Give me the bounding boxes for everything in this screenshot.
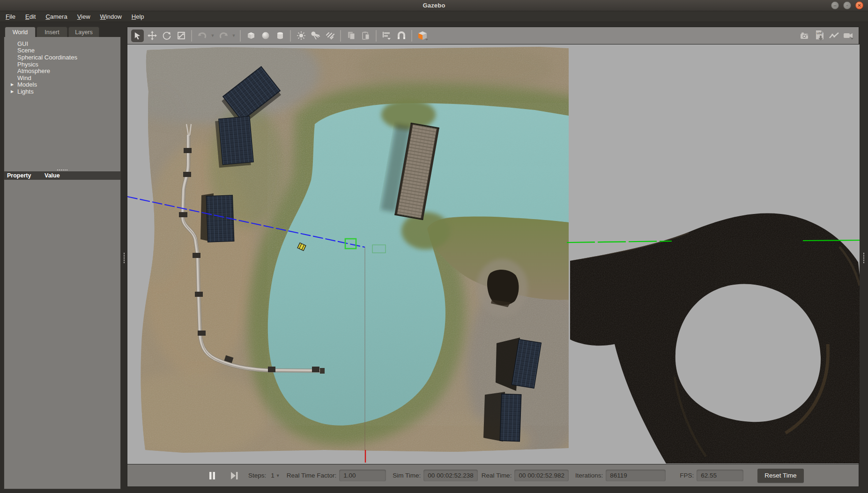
- property-column-header: Property: [4, 172, 45, 179]
- undo-history-button[interactable]: ▼: [209, 29, 216, 42]
- render-area[interactable]: [127, 44, 859, 464]
- point-light-button[interactable]: [295, 29, 307, 42]
- window-controls: – ▫ ✕: [831, 1, 863, 9]
- pause-icon: [208, 471, 216, 480]
- menu-help[interactable]: Help: [132, 13, 144, 20]
- step-button[interactable]: [228, 470, 240, 482]
- expand-arrow-icon[interactable]: [11, 89, 17, 94]
- render-viewport[interactable]: [127, 44, 860, 464]
- directional-light-button[interactable]: [324, 29, 336, 42]
- translate-icon: [148, 31, 157, 40]
- menu-view[interactable]: View: [77, 13, 90, 20]
- tree-item-scene[interactable]: Scene: [4, 47, 120, 54]
- view-angle-cube-icon: [416, 30, 429, 41]
- minimize-icon: –: [834, 3, 837, 7]
- record-video-button[interactable]: [842, 29, 855, 42]
- snap-button[interactable]: [395, 29, 408, 42]
- sim-time-label: Sim Time:: [393, 472, 421, 479]
- spot-light-icon: [311, 31, 321, 40]
- solar-panel-5[interactable]: [483, 392, 521, 441]
- tab-world[interactable]: World: [5, 27, 36, 37]
- insert-box-button[interactable]: [245, 29, 257, 42]
- select-tool-button[interactable]: [131, 29, 144, 42]
- plot-line-icon: [829, 31, 840, 40]
- render-toolbar: ▼ ▼: [127, 27, 859, 44]
- iterations-label: Iterations:: [575, 472, 603, 479]
- solar-panel-4[interactable]: [496, 338, 541, 391]
- insert-sphere-button[interactable]: [259, 29, 272, 42]
- menu-bar: File Edit Camera View Window Help: [0, 11, 868, 22]
- property-table-body: [4, 180, 120, 489]
- copy-icon: [347, 31, 356, 40]
- titlebar[interactable]: Gazebo – ▫ ✕: [0, 0, 868, 11]
- rotate-tool-button[interactable]: [160, 29, 173, 42]
- undo-button[interactable]: [196, 29, 208, 42]
- cylinder-icon: [275, 31, 285, 40]
- screenshot-button[interactable]: [799, 29, 811, 42]
- maximize-icon: ▫: [846, 3, 848, 7]
- maximize-button[interactable]: ▫: [843, 1, 851, 9]
- bridge-south-bank: [401, 212, 450, 250]
- tab-layers[interactable]: Layers: [68, 27, 99, 37]
- right-splitter[interactable]: [859, 27, 868, 489]
- copy-button[interactable]: [345, 29, 357, 42]
- bridge-north-bank: [381, 100, 436, 130]
- right-splitter-handle[interactable]: [863, 253, 864, 263]
- tree-item-spherical-coordinates[interactable]: Spherical Coordinates: [4, 54, 120, 61]
- redo-button[interactable]: [217, 29, 230, 42]
- tree-item-gui[interactable]: GUI: [4, 40, 120, 47]
- real-time-value: 00 00:02:52.982: [514, 470, 569, 481]
- steps-spinner[interactable]: 1 ▼: [271, 472, 280, 479]
- translate-tool-button[interactable]: [146, 29, 158, 42]
- expand-arrow-icon[interactable]: [11, 82, 17, 87]
- steps-value: 1: [271, 472, 274, 479]
- panel-splitter-handle[interactable]: [4, 169, 120, 170]
- log-record-button[interactable]: LOG: [813, 29, 826, 42]
- chevron-down-icon: ▼: [232, 33, 236, 38]
- close-icon: ✕: [857, 3, 861, 7]
- menu-edit[interactable]: Edit: [25, 13, 36, 20]
- world-tree: GUI Scene Spherical Coordinates Physics …: [4, 37, 120, 95]
- menu-window[interactable]: Window: [100, 13, 122, 20]
- main-area: World Insert Layers GUI Scene Spherical …: [0, 22, 868, 489]
- reset-time-button[interactable]: Reset Time: [757, 469, 803, 483]
- pause-button[interactable]: [206, 470, 218, 482]
- left-splitter-handle[interactable]: [124, 253, 125, 263]
- menu-camera[interactable]: Camera: [45, 13, 67, 20]
- tree-item-atmosphere[interactable]: Atmosphere: [4, 67, 120, 74]
- plot-button[interactable]: [828, 29, 840, 42]
- tree-item-wind[interactable]: Wind: [4, 74, 120, 81]
- view-angle-button[interactable]: [416, 29, 429, 42]
- solar-panel-2[interactable]: [215, 116, 254, 168]
- tree-item-physics[interactable]: Physics: [4, 61, 120, 68]
- camera-icon: [800, 31, 811, 40]
- green-axis-line-right: [803, 240, 860, 241]
- align-button[interactable]: [380, 29, 393, 42]
- world-tab-panel: GUI Scene Spherical Coordinates Physics …: [4, 37, 121, 489]
- chevron-down-icon[interactable]: ▼: [276, 473, 280, 478]
- left-splitter[interactable]: [121, 27, 127, 489]
- minimize-button[interactable]: –: [831, 1, 839, 9]
- scale-tool-button[interactable]: [175, 29, 187, 42]
- close-button[interactable]: ✕: [855, 1, 863, 9]
- menu-file[interactable]: File: [6, 13, 15, 20]
- paste-button[interactable]: [359, 29, 372, 42]
- insert-cylinder-button[interactable]: [274, 29, 286, 42]
- rotate-icon: [162, 31, 171, 40]
- tree-item-models[interactable]: Models: [4, 81, 120, 88]
- steps-label: Steps:: [248, 472, 266, 479]
- tree-item-lights[interactable]: Lights: [4, 88, 120, 95]
- fps-value: 62.55: [697, 470, 743, 481]
- iterations-value: 86119: [606, 470, 666, 481]
- spot-light-button[interactable]: [309, 29, 322, 42]
- scale-icon: [177, 31, 186, 40]
- solar-panel-3[interactable]: [200, 193, 234, 242]
- paste-icon: [361, 31, 371, 40]
- left-panel-tabs: World Insert Layers: [4, 27, 121, 37]
- redo-history-button[interactable]: ▼: [230, 29, 237, 42]
- tab-insert[interactable]: Insert: [37, 27, 67, 37]
- window-title: Gazebo: [423, 2, 445, 9]
- box-icon: [246, 31, 256, 40]
- chevron-down-icon: ▼: [211, 33, 215, 38]
- svg-text:LOG: LOG: [816, 32, 822, 35]
